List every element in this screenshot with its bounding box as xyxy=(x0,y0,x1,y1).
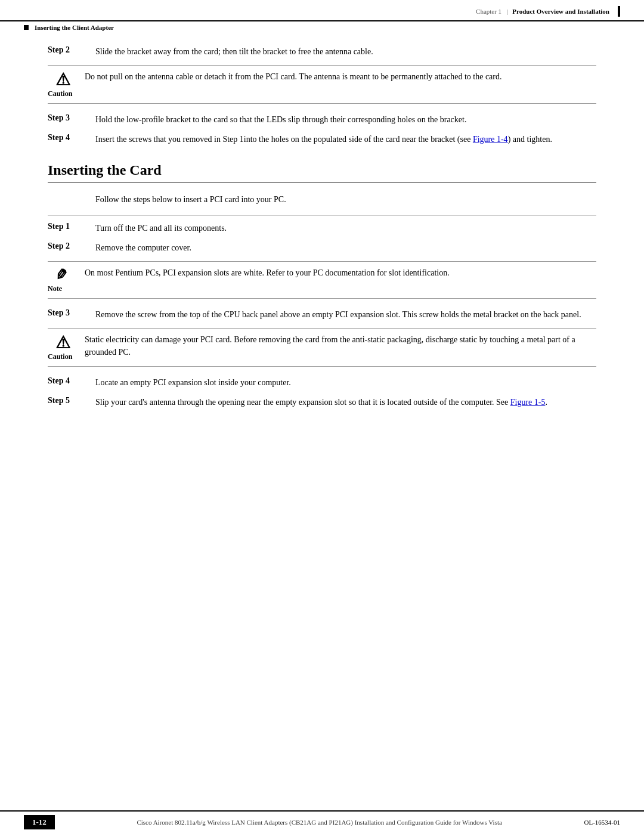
page-header: Chapter 1 | Product Overview and Install… xyxy=(0,0,644,21)
step-row: Step 2 Remove the computer cover. xyxy=(48,241,596,254)
note-pencil-icon: ✎ xyxy=(56,268,69,283)
breadcrumb-text: Inserting the Client Adapter xyxy=(35,24,114,31)
divider xyxy=(48,215,596,216)
section-intro: Follow the steps below to insert a PCI c… xyxy=(95,193,596,206)
caution-icon-1: ⚠ Caution xyxy=(48,70,78,98)
step-text: Slide the bracket away from the card; th… xyxy=(95,45,596,58)
note-block-1: ✎ Note On most Pentium PCs, PCI expansio… xyxy=(48,261,596,299)
page-footer: 1-12 Cisco Aironet 802.11a/b/g Wireless … xyxy=(0,810,644,833)
step-text: Remove the computer cover. xyxy=(95,241,596,254)
step-label: Step 3 xyxy=(48,113,95,123)
step-row: Step 4 Locate an empty PCI expansion slo… xyxy=(48,376,596,389)
figure-1-5-link[interactable]: Figure 1-5 xyxy=(510,398,546,407)
note-icon-1: ✎ Note xyxy=(48,267,78,293)
breadcrumb: Inserting the Client Adapter xyxy=(0,21,644,33)
step-label: Step 4 xyxy=(48,376,95,386)
step-row: Step 3 Hold the low-profile bracket to t… xyxy=(48,113,596,126)
section-heading: Inserting the Card xyxy=(48,162,596,182)
header-right: Chapter 1 | Product Overview and Install… xyxy=(476,6,620,17)
step-text: Insert the screws that you removed in St… xyxy=(95,133,596,145)
footer-doc-num: OL-16534-01 xyxy=(584,819,621,826)
step-label: Step 4 xyxy=(48,133,95,143)
step-row: Step 3 Remove the screw from the top of … xyxy=(48,308,596,321)
caution-label-2: Caution xyxy=(48,352,78,361)
note-content-1: On most Pentium PCs, PCI expansion slots… xyxy=(85,267,596,279)
caution-triangle-icon-2: ⚠ xyxy=(55,335,70,351)
note-label-1: Note xyxy=(48,284,78,293)
step-label: Step 2 xyxy=(48,241,95,251)
page-number: 1-12 xyxy=(24,815,55,829)
step-text: Turn off the PC and all its components. xyxy=(95,222,596,234)
step-text: Remove the screw from the top of the CPU… xyxy=(95,308,596,321)
breadcrumb-bullet xyxy=(24,25,29,30)
header-bar xyxy=(618,6,620,17)
caution-block-2: ⚠ Caution Static electricity can damage … xyxy=(48,328,596,367)
step-row: Step 4 Insert the screws that you remove… xyxy=(48,133,596,145)
header-separator: | xyxy=(506,8,507,15)
caution-triangle-icon: ⚠ xyxy=(55,72,70,88)
step-row: Step 1 Turn off the PC and all its compo… xyxy=(48,222,596,234)
step-text: Locate an empty PCI expansion slot insid… xyxy=(95,376,596,389)
footer-doc-title: Cisco Aironet 802.11a/b/g Wireless LAN C… xyxy=(67,819,572,826)
caution-block-1: ⚠ Caution Do not pull on the antenna cab… xyxy=(48,65,596,104)
caution-icon-2: ⚠ Caution xyxy=(48,333,78,361)
step-row: Step 2 Slide the bracket away from the c… xyxy=(48,45,596,58)
step-label: Step 5 xyxy=(48,396,95,405)
caution-content-1: Do not pull on the antenna cable or deta… xyxy=(85,70,596,83)
step-label: Step 1 xyxy=(48,222,95,231)
figure-1-4-link[interactable]: Figure 1-4 xyxy=(473,135,508,144)
caution-label-1: Caution xyxy=(48,89,78,98)
step-text: Hold the low-profile bracket to the card… xyxy=(95,113,596,126)
step-label: Step 3 xyxy=(48,308,95,318)
step-label: Step 2 xyxy=(48,45,95,55)
header-title: Product Overview and Installation xyxy=(512,8,609,15)
caution-content-2: Static electricity can damage your PCI c… xyxy=(85,333,596,358)
step-text: Slip your card's antenna through the ope… xyxy=(95,396,596,408)
page-content: Step 2 Slide the bracket away from the c… xyxy=(0,33,644,463)
step-row: Step 5 Slip your card's antenna through … xyxy=(48,396,596,408)
header-chapter: Chapter 1 xyxy=(476,8,501,15)
